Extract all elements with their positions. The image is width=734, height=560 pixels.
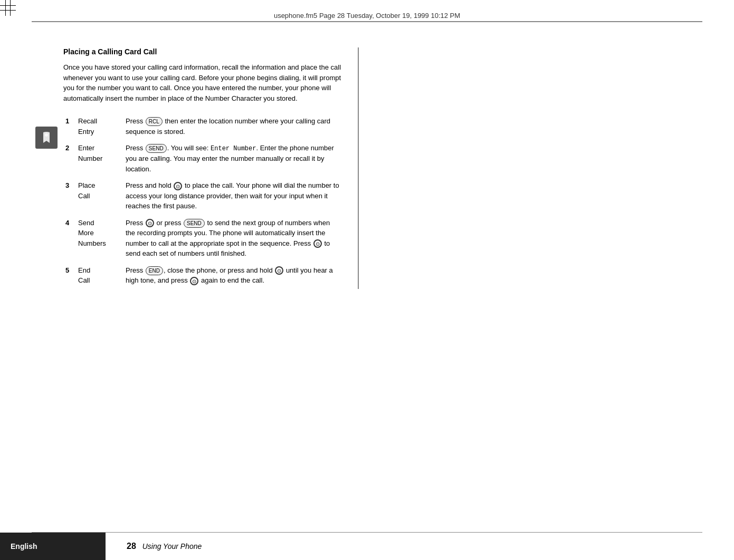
main-content: Placing a Calling Card Call Once you hav… [63,47,671,507]
power-button-icon-3: ⊙ [174,182,182,190]
step-desc-3: Press and hold ⊙ to place the call. Your… [123,177,342,215]
step-desc-2: Press SEND. You will see: Enter Number. … [123,140,342,177]
step-row-1: 1 RecallEntry Press RCL then enter the l… [63,113,342,140]
rcl-button-icon: RCL [146,117,163,126]
step-row-4: 4 SendMoreNumbers Press ⊙ or press SEND … [63,215,342,262]
power-button-icon-5a: ⊙ [275,266,283,275]
step-num-1: 1 [63,113,76,140]
sidebar [32,127,61,149]
language-label: English [0,533,106,560]
step-row-2: 2 EnterNumber Press SEND. You will see: … [63,140,342,177]
step-num-5: 5 [63,262,76,289]
step-label-4: SendMoreNumbers [76,215,123,262]
step-label-3: PlaceCall [76,177,123,215]
power-button-icon-4b: ⊙ [313,239,322,248]
header-text: usephone.fm5 Page 28 Tuesday, October 19… [274,12,460,20]
step-num-4: 4 [63,215,76,262]
section-intro: Once you have stored your calling card i… [63,62,342,103]
section-title: Placing a Calling Card Call [63,47,342,56]
step-desc-5: Press END, close the phone, or press and… [123,262,342,289]
page-number: 28 [127,542,136,551]
step-num-2: 2 [63,140,76,177]
crop-mark-br [0,0,16,16]
bookmark-figure-icon [39,130,54,145]
display-text-2: Enter Number [211,145,256,152]
step-num-3: 3 [63,177,76,215]
page-footer: English 28 Using Your Phone [0,533,734,560]
power-button-icon-5b: ⊙ [190,277,198,285]
content-box: Placing a Calling Card Call Once you hav… [63,47,359,289]
send-button-icon-2: SEND [146,144,167,153]
footer-page-info: 28 Using Your Phone [106,542,202,551]
step-label-5: EndCall [76,262,123,289]
sidebar-icon [35,127,58,149]
step-row-5: 5 EndCall Press END, close the phone, or… [63,262,342,289]
page-title: Using Your Phone [142,542,202,551]
step-desc-4: Press ⊙ or press SEND to send the next g… [123,215,342,262]
step-row-3: 3 PlaceCall Press and hold ⊙ to place th… [63,177,342,215]
step-desc-1: Press RCL then enter the location number… [123,113,342,140]
steps-table: 1 RecallEntry Press RCL then enter the l… [63,113,342,289]
svg-point-0 [45,133,48,137]
step-label-1: RecallEntry [76,113,123,140]
send-button-icon-4: SEND [184,219,205,228]
end-button-icon-5: END [146,266,163,275]
power-button-icon-4a: ⊙ [146,219,154,227]
step-label-2: EnterNumber [76,140,123,177]
page-header: usephone.fm5 Page 28 Tuesday, October 19… [32,12,702,22]
